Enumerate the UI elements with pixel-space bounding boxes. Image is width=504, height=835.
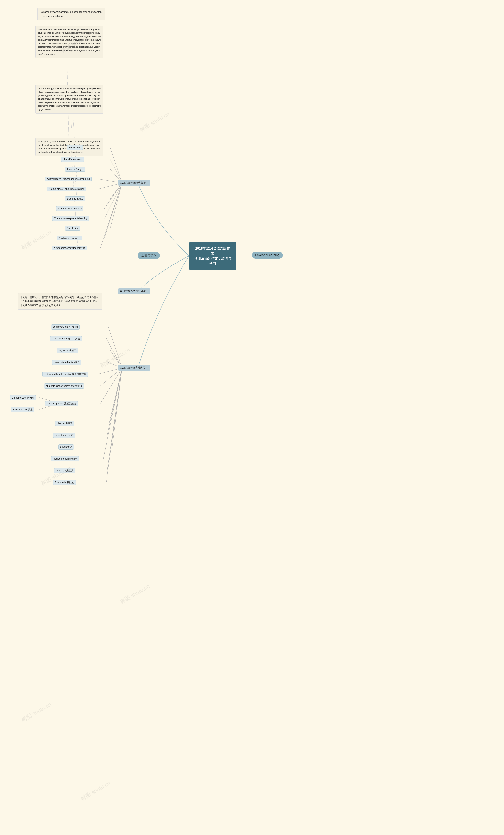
svg-line-9	[104, 183, 122, 219]
svg-line-23	[100, 368, 122, 403]
text-block-students: Onthecontrary,studentsthatthattisnatural…	[36, 85, 103, 114]
svg-line-18	[106, 339, 122, 368]
phrase-frustrated: frustrateda.挫败的	[53, 480, 76, 485]
struct-depending: *Dependingonhowtodealwithit	[52, 246, 87, 250]
struct-campuslove-natural: *Campuslove—natural	[56, 206, 83, 211]
phrase-please: pleasev.取悦于	[55, 421, 75, 426]
watermark-6: 树图 shutu.cn	[119, 583, 151, 606]
struct-campuslove-promote: *Campuslove—promotelearning	[52, 216, 89, 221]
struct-conclusion: Conclusion	[65, 226, 80, 231]
svg-line-30	[107, 368, 122, 470]
svg-line-31	[106, 368, 122, 482]
svg-line-3	[110, 159, 122, 183]
phrase-controversial: controversiala.有争议的	[51, 324, 80, 330]
struct-campuslove-forbidden: *Campuslove—shouldbeforbidden	[47, 187, 86, 191]
watermark-7: 树图 shutu.cn	[20, 700, 53, 724]
left-level1-node: 爱情与学习	[138, 252, 160, 259]
cet6-content-label: CET六级作文内容分析：	[118, 288, 150, 294]
phrase-romanticpassion: romanticpassion浪漫的感情	[45, 401, 78, 406]
cet6-content-desc: 本文是一篇议论文。引言部分开宗明义提出师生对这一话题的争议;主体部分分别展出两种…	[18, 293, 102, 309]
cet6-structure-label: CET六级作文结构分析：	[118, 180, 150, 186]
right-level1-node: LoveandLearning	[252, 252, 283, 259]
svg-line-8	[104, 183, 122, 209]
struct-bothviews: *Bothviewslop-sided	[57, 236, 82, 241]
svg-line-12	[100, 183, 122, 248]
center-node: 2018年12月英语六级作文 预测及满分作文：爱情与 学习	[189, 242, 236, 270]
svg-line-27	[107, 368, 122, 435]
struct-twodifferentviews: *Twodifferentviews	[61, 157, 84, 162]
struct-introduction: Introduction	[67, 145, 83, 150]
svg-line-10	[110, 183, 122, 228]
svg-line-17	[108, 327, 122, 368]
cet6-phrases-label: CET六级作文方能句型：	[118, 365, 150, 370]
watermark-8: 树图 shutu.cn	[79, 779, 112, 802]
phrase-indulge: indulgeoneselfin沉缅于	[51, 456, 79, 462]
phrase-lagbehind: lagbehind落后于	[57, 348, 78, 353]
connector-lines	[0, 0, 504, 835]
svg-line-11	[104, 183, 122, 238]
phrase-gardenofeden: GardenofEden伊甸园	[10, 395, 36, 401]
struct-studentsargue: Students' argue	[65, 197, 85, 201]
text-block-intro: Towardsloveandlearning,collegeteachersan…	[37, 8, 105, 20]
cet6-structure-text: CET六级作文结构分析：	[120, 181, 148, 185]
phrase-universityauth: universityauthorities校方	[52, 360, 81, 365]
phrase-devoted: devoteda.忠实的	[54, 468, 75, 473]
phrase-schoolyears: students'schoolyears学生在学期间	[44, 383, 84, 389]
watermark-3: 树图 shutu.cn	[20, 228, 53, 251]
svg-line-29	[103, 368, 122, 459]
struct-teachersargue: Teachers' argue	[65, 167, 85, 171]
watermark-2: 树图 shutu.cn	[138, 110, 171, 134]
phrase-driven: driven.推动	[59, 444, 74, 450]
phrase-forbiddentree: ForbiddenTree禁果	[11, 407, 35, 412]
phrase-restore: restoretraditionalregulation恢复传统校规	[42, 371, 88, 377]
svg-line-2	[110, 148, 122, 183]
struct-campuslove-time: *Campuslove—timeandenegyconsuming	[45, 177, 92, 181]
svg-line-28	[112, 368, 122, 447]
text-block-teachers: Themajorityofcollegeteachers,especiallyo…	[36, 25, 103, 58]
phrase-tear: tear...awayfrom使……离去	[50, 336, 82, 342]
mindmap-container: 树图 shutu.cn 树图 shutu.cn 树图 shutu.cn 树图 s…	[0, 0, 504, 835]
phrase-lopsided: lop-sideda.片面的	[53, 432, 75, 438]
svg-line-26	[109, 368, 122, 423]
svg-line-22	[100, 368, 122, 386]
